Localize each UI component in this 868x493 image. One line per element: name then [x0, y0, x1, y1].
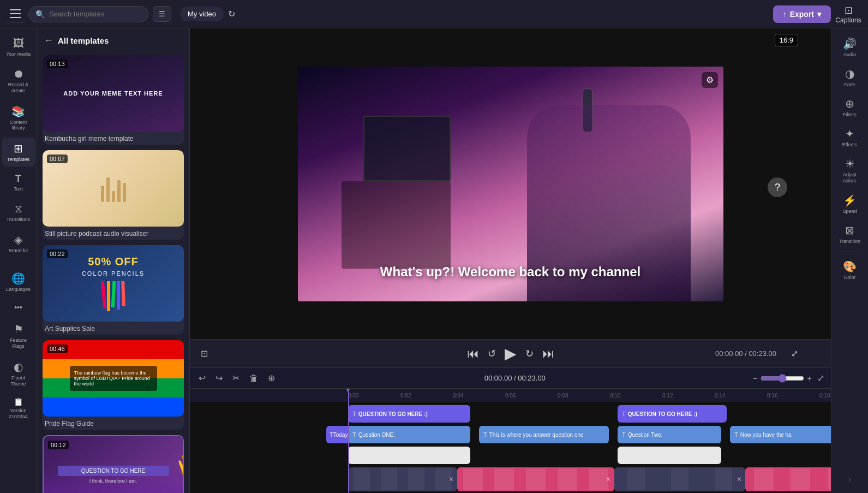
track-answer-q2-text[interactable]: T Now you have the ha: [730, 426, 831, 443]
right-panel-collapse-button[interactable]: ›: [848, 474, 851, 484]
timeline-time: 00:00.00 / 00:23.00: [283, 374, 747, 382]
text-icon: T: [15, 173, 21, 185]
rewind-button[interactable]: ↺: [488, 348, 496, 360]
fluent-theme-icon: ◐: [14, 360, 23, 373]
skip-back-button[interactable]: ⏮: [467, 347, 479, 361]
play-button[interactable]: ▶: [505, 344, 517, 363]
ruler-mark-5: 0:10: [610, 393, 662, 399]
template-card-sale[interactable]: 50% OFF COLOR PENCILS 00:22 Art Supplies…: [43, 245, 184, 335]
cut-button[interactable]: ✂: [230, 371, 242, 385]
undo-button[interactable]: ↩: [196, 371, 208, 385]
timeline-tracks[interactable]: 0:00 0:02 0:04 0:06 0:08 0:10 0:12 0:14 …: [190, 389, 831, 493]
redo-button[interactable]: ↪: [213, 371, 225, 385]
video-strip-seg-1[interactable]: ✕: [348, 467, 457, 491]
sidebar-item-brand-kit[interactable]: ◈ Brand kit: [2, 229, 35, 258]
sidebar-item-version[interactable]: 📋 Version2102da4: [2, 393, 35, 424]
template-card-qa[interactable]: QUESTION TO GO HERE I think, therefore I…: [43, 435, 184, 493]
video-settings-button[interactable]: ⚙: [702, 72, 718, 88]
rp-item-adjust-colors[interactable]: ☀ Adjustcolors: [833, 153, 867, 188]
zoom-out-icon: −: [753, 374, 757, 383]
help-button[interactable]: ?: [768, 177, 787, 197]
template-panel-header: ← All templates: [37, 28, 189, 53]
cc-button[interactable]: ⊡: [201, 348, 208, 359]
captions-button[interactable]: ⊡ Captions: [835, 4, 861, 24]
rp-item-effects[interactable]: ✦ Effects: [833, 123, 867, 152]
record-icon: ⏺: [13, 68, 24, 80]
delete-button[interactable]: 🗑: [247, 371, 260, 385]
rp-item-fade[interactable]: ◑ Fade: [833, 63, 867, 92]
template-duration-podcast: 00:07: [47, 155, 68, 163]
track-answer-q1-label: Question ONE:: [358, 432, 395, 438]
sidebar-item-feature-flags[interactable]: ⚑ FeatureFlags: [2, 318, 35, 354]
sidebar-item-label-version: Version2102da4: [9, 408, 28, 420]
sidebar-item-templates[interactable]: ⊞ Templates: [2, 138, 35, 167]
zoom-slider[interactable]: [761, 374, 804, 383]
sidebar-item-fluent-theme[interactable]: ◐ FluentTheme: [2, 356, 35, 391]
template-duration-qa: 00:12: [48, 441, 69, 449]
rp-item-color[interactable]: 🎨 Color: [833, 256, 867, 284]
sidebar-item-more[interactable]: •••: [2, 299, 35, 316]
ruler-mark-9: 0:18: [819, 393, 831, 399]
rp-item-transition[interactable]: ⊠ Transition: [833, 219, 867, 248]
track-text-icon-5: T: [483, 431, 487, 438]
ruler-mark-7: 0:14: [715, 393, 767, 399]
template-card-podcast[interactable]: 00:07 Still picture podcast audio visual…: [43, 150, 184, 240]
sidebar-item-transitions[interactable]: ⧖ Transitions: [2, 198, 35, 227]
track-question-2[interactable]: T QUESTION TO GO HERE :): [618, 405, 727, 423]
track-white-2[interactable]: [618, 447, 721, 464]
rp-item-speed[interactable]: ⚡ Speed: [833, 189, 867, 218]
track-answer-q2[interactable]: T Question Two:: [618, 426, 721, 443]
sidebar-item-label-record: Record &create: [8, 82, 29, 94]
export-button[interactable]: ↑ Export ▾: [773, 5, 831, 23]
track-row-white: [348, 447, 831, 465]
my-video-tab[interactable]: My video: [180, 7, 224, 21]
template-card-pride[interactable]: The rainbow flag has become the symbol o…: [43, 340, 184, 430]
ruler-mark-3: 0:06: [505, 393, 558, 399]
sidebar-item-languages[interactable]: 🌐 Languages: [2, 268, 35, 296]
sidebar-item-label-transitions: Transitions: [7, 217, 31, 222]
template-duration-pride: 00:46: [47, 344, 68, 353]
sidebar-item-text[interactable]: T Text: [2, 169, 35, 196]
track-answer-q1[interactable]: T Question ONE:: [348, 426, 470, 443]
export-chevron-icon: ▾: [817, 10, 821, 19]
timeline-fullscreen-button[interactable]: ⤢: [817, 373, 824, 383]
skip-forward-button[interactable]: ⏭: [542, 347, 554, 361]
forward-button[interactable]: ↻: [525, 348, 534, 360]
sidebar-item-your-media[interactable]: 🖼 Your media: [2, 33, 35, 61]
back-button[interactable]: ←: [44, 35, 53, 46]
template-card-meme[interactable]: ADD YOUR MEME TEXT HERE 00:13 Kombucha g…: [43, 55, 184, 145]
track-text-icon-1: T: [352, 411, 356, 417]
sidebar-item-record[interactable]: ⏺ Record &create: [2, 63, 35, 98]
panel-title: All templates: [58, 36, 109, 45]
template-duration-meme: 00:13: [47, 60, 68, 68]
template-label-meme: Kombucha girl meme template: [43, 132, 184, 145]
search-box: 🔍: [28, 6, 148, 22]
track-answer-q1-text[interactable]: T This is where you answer question one: [479, 426, 609, 443]
video-strip-seg-3[interactable]: ✕: [614, 467, 745, 491]
rp-item-filters[interactable]: ⊕ Filters: [833, 93, 867, 122]
duplicate-button[interactable]: ⊕: [266, 371, 277, 385]
track-answer-q2-text-label: Now you have the ha: [740, 432, 792, 438]
sidebar-item-label-your-media: Your media: [6, 51, 31, 57]
rp-item-audio[interactable]: 🔊 Audio: [833, 33, 867, 62]
refresh-button[interactable]: ↻: [228, 9, 235, 19]
expand-button[interactable]: ⤢: [791, 348, 798, 359]
video-strip-seg-2[interactable]: ✕: [457, 467, 614, 491]
menu-button[interactable]: [7, 5, 24, 23]
track-row-answers: T Today, w T Question ONE: T This is whe…: [348, 426, 831, 444]
rp-label-effects: Effects: [842, 142, 857, 147]
sidebar-item-content-library[interactable]: 📚 Contentlibrary: [2, 100, 35, 136]
video-preview: What's up?! Welcome back to my channel ⚙: [298, 67, 723, 301]
ruler-mark-8: 0:16: [767, 393, 819, 399]
search-input[interactable]: [49, 10, 136, 18]
timeline-area: ↩ ↪ ✂ 🗑 ⊕ 00:00.00 / 00:23.00 − + ⤢: [190, 367, 831, 493]
rp-label-adjust: Adjustcolors: [843, 172, 857, 184]
track-white-1[interactable]: [348, 447, 470, 464]
track-text-icon-6: T: [622, 431, 626, 438]
track-question-2-label: QUESTION TO GO HERE :): [628, 411, 697, 417]
filter-button[interactable]: ☰: [153, 6, 171, 22]
rp-label-audio: Audio: [843, 52, 856, 57]
track-question-1[interactable]: T QUESTION TO GO HERE :): [348, 405, 470, 423]
center-right-wrapper: What's up?! Welcome back to my channel ⚙…: [190, 28, 831, 493]
video-strip-seg-4[interactable]: ✕: [745, 467, 831, 491]
